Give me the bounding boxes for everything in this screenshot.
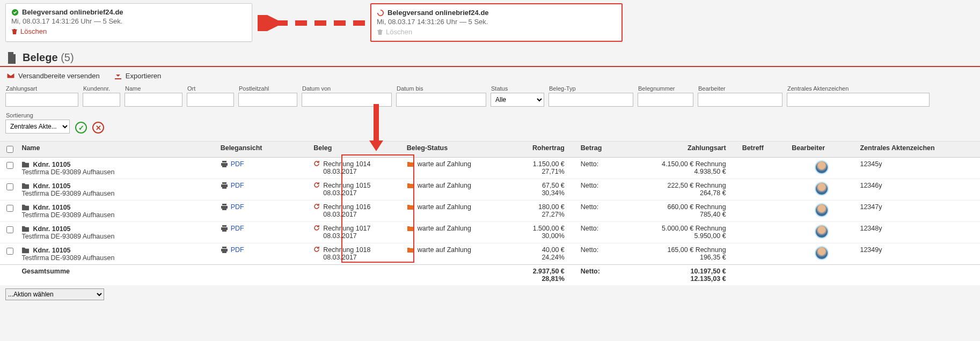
- card-delete-button[interactable]: Löschen: [377, 28, 615, 36]
- filter-belegtyp-input[interactable]: [548, 93, 633, 107]
- zak-cell: 12348y: [855, 222, 980, 243]
- totals-gross: 12.135,03 €: [630, 275, 726, 283]
- avatar[interactable]: [815, 182, 829, 196]
- avatar[interactable]: [815, 203, 829, 217]
- export-button[interactable]: Exportieren: [114, 71, 161, 80]
- filter-name-input[interactable]: [125, 93, 182, 107]
- trash-icon: [377, 29, 383, 35]
- pdf-link[interactable]: PDF: [221, 203, 305, 211]
- zahlungsart-name: Rechnung: [696, 246, 726, 254]
- row-checkbox[interactable]: [6, 183, 13, 190]
- row-name-main: Kdnr. 10105: [21, 160, 211, 168]
- filter-zahlungsart-input[interactable]: [5, 93, 78, 107]
- select-all-checkbox[interactable]: [6, 146, 13, 153]
- beleg-name: Rechnung 1016: [323, 203, 370, 211]
- betreff-cell: [738, 243, 788, 265]
- pdf-link[interactable]: PDF: [221, 182, 305, 189]
- betrag-label: Netto:: [576, 158, 626, 179]
- status-text: warte auf Zahlung: [418, 203, 471, 211]
- zahlungsart-name: Rechnung: [696, 182, 726, 189]
- zahlungsart-gross: 196,35 €: [630, 254, 726, 261]
- beleg-date: 08.03.2017: [323, 189, 370, 197]
- totals-betrag: Netto:: [576, 265, 626, 286]
- bulk-action-select[interactable]: ...Aktion wählen: [5, 288, 104, 300]
- filter-zak-label: Zentrales Aktenzeichen: [787, 85, 930, 92]
- th-name[interactable]: Name: [17, 142, 216, 158]
- betreff-cell: [738, 201, 788, 222]
- card-delete-button[interactable]: Löschen: [11, 27, 245, 35]
- filter-plz-input[interactable]: [238, 93, 297, 107]
- trash-icon: [11, 28, 18, 35]
- th-betrag[interactable]: Betrag: [576, 142, 626, 158]
- apply-filter-button[interactable]: ✓: [75, 122, 87, 134]
- zahlungsart-net: 222,50 €: [667, 182, 693, 189]
- totals-label: Gesamtsumme: [17, 265, 216, 286]
- clear-filter-button[interactable]: ✕: [92, 122, 104, 134]
- rohertrag-amount: 1.150,00 €: [513, 160, 565, 168]
- table-row: Kdnr. 10105Testfirma DE-93089 AufhausenP…: [0, 201, 980, 222]
- zahlungsart-net: 5.000,00 €: [662, 225, 693, 232]
- status-text: warte auf Zahlung: [418, 182, 471, 189]
- folder-open-icon: [407, 247, 414, 253]
- filter-zak-input[interactable]: [787, 93, 930, 107]
- filter-datumvon-label: Datum von: [302, 85, 392, 92]
- zahlungsart-gross: 4.938,50 €: [630, 168, 726, 175]
- filter-zahlungsart-label: Zahlungsart: [5, 85, 78, 92]
- folder-open-icon: [407, 161, 414, 167]
- send-ready-label: Versandbereite versenden: [18, 72, 100, 80]
- th-rohertrag[interactable]: Rohertrag: [508, 142, 576, 158]
- pdf-link[interactable]: PDF: [221, 160, 305, 168]
- th-betreff[interactable]: Betreff: [738, 142, 788, 158]
- mail-icon: [6, 71, 15, 80]
- zahlungsart-net: 660,00 €: [667, 203, 693, 211]
- row-customer: Kdnr. 10105: [33, 247, 70, 254]
- filter-bearbeiter-input[interactable]: [698, 93, 782, 107]
- filter-kundennr-input[interactable]: [83, 93, 120, 107]
- th-bearbeiter[interactable]: Bearbeiter: [787, 142, 855, 158]
- row-company: Testfirma DE-93089 Aufhausen: [21, 233, 211, 240]
- pdf-link[interactable]: PDF: [221, 246, 305, 254]
- zahlungsart-gross: 264,78 €: [630, 189, 726, 197]
- rohertrag-amount: 180,00 €: [513, 203, 565, 211]
- status-cell: warte auf Zahlung: [407, 182, 504, 189]
- beleg-cell: Rechnung 101408.03.2017: [313, 160, 398, 175]
- printer-icon: [221, 203, 228, 211]
- zahlungsart-name: Rechnung: [696, 203, 726, 211]
- th-beleg[interactable]: Beleg: [309, 142, 403, 158]
- avatar[interactable]: [815, 225, 829, 239]
- row-checkbox[interactable]: [6, 226, 13, 233]
- status-text: warte auf Zahlung: [418, 225, 471, 232]
- beleg-name: Rechnung 1014: [323, 160, 370, 168]
- filter-datumvon-input[interactable]: [302, 93, 392, 107]
- row-checkbox[interactable]: [6, 205, 13, 212]
- filter-status-select[interactable]: Alle: [491, 93, 544, 107]
- printer-icon: [221, 246, 228, 254]
- pdf-link[interactable]: PDF: [221, 225, 305, 232]
- th-belegstatus[interactable]: Beleg-Status: [403, 142, 508, 158]
- avatar[interactable]: [815, 246, 829, 260]
- row-checkbox[interactable]: [6, 248, 13, 255]
- rohertrag-amount: 67,50 €: [513, 182, 565, 189]
- folder-icon: [21, 225, 30, 233]
- sort-select[interactable]: Zentrales Akte...: [5, 120, 70, 134]
- filter-belegnummer-input[interactable]: [638, 93, 693, 107]
- table-row: Kdnr. 10105Testfirma DE-93089 AufhausenP…: [0, 243, 980, 265]
- export-label: Exportieren: [126, 72, 161, 80]
- folder-open-icon: [407, 182, 414, 189]
- zahlungsart-net: 165,00 €: [667, 246, 693, 254]
- send-ready-button[interactable]: Versandbereite versenden: [6, 71, 100, 80]
- sort-row: SortierungZentrales Akte... ✓ ✕: [0, 110, 980, 137]
- beleg-name: Rechnung 1018: [323, 246, 370, 254]
- avatar[interactable]: [815, 160, 829, 174]
- table-row: Kdnr. 10105Testfirma DE-93089 AufhausenP…: [0, 158, 980, 179]
- th-zahlungsart[interactable]: Zahlungsart: [626, 142, 737, 158]
- th-zak[interactable]: Zentrales Aktenzeichen: [855, 142, 980, 158]
- folder-icon: [21, 246, 30, 254]
- betrag-label: Netto:: [576, 201, 626, 222]
- row-checkbox[interactable]: [6, 162, 13, 169]
- filter-belegtyp-label: Beleg-Typ: [548, 85, 633, 92]
- check-circle-icon: [11, 9, 19, 16]
- th-belegansicht[interactable]: Belegansicht: [216, 142, 310, 158]
- filter-ort-input[interactable]: [187, 93, 234, 107]
- filter-datumbis-input[interactable]: [396, 93, 486, 107]
